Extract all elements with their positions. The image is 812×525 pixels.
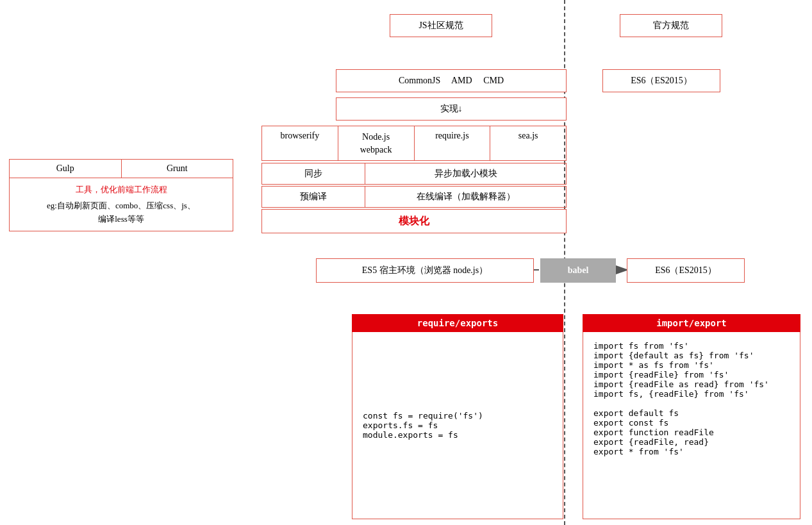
official-label: 官方规范: [620, 14, 722, 37]
browserify-cell: browserify: [262, 126, 338, 160]
import-export-code: import fs from 'fs' import {default as f…: [593, 341, 790, 456]
async-cell: 异步加载小模块: [365, 163, 566, 184]
require-exports-header: require/exports: [352, 314, 563, 332]
import-export-code-area: import fs from 'fs' import {default as f…: [583, 332, 800, 519]
babel-box: babel: [540, 258, 616, 283]
es5-text: ES5 宿主环境（浏览器 node.js）: [362, 265, 488, 276]
js-community-label: JS社区规范: [390, 14, 492, 37]
require-exports-panel: require/exports const fs = require('fs')…: [352, 314, 563, 519]
es6-official-box: ES6（ES2015）: [602, 69, 720, 92]
es6-babel-box: ES6（ES2015）: [627, 258, 745, 283]
es5-box: ES5 宿主环境（浏览器 node.js）: [316, 258, 534, 283]
seajs-cell: sea.js: [490, 126, 566, 160]
es6-official-text: ES6（ES2015）: [631, 75, 692, 87]
precompile-row: 预编译 在线编译（加载解释器）: [261, 186, 567, 208]
gulp-grunt-body: 工具，优化前端工作流程 eg:自动刷新页面、combo、压缩css、js、编译l…: [10, 178, 233, 231]
gulp-grunt-row: Gulp Grunt: [10, 160, 233, 178]
gulp-grunt-desc: eg:自动刷新页面、combo、压缩css、js、编译less等等: [16, 199, 226, 226]
grunt-label: Grunt: [167, 163, 188, 173]
gulp-grunt-container: Gulp Grunt 工具，优化前端工作流程 eg:自动刷新页面、combo、压…: [9, 159, 233, 231]
require-exports-code: const fs = require('fs') exports.fs = fs…: [363, 411, 483, 440]
babel-text: babel: [568, 265, 589, 276]
requirejs-cell: require.js: [415, 126, 491, 160]
import-export-panel: import/export import fs from 'fs' import…: [583, 314, 800, 519]
js-community-text: JS社区规范: [418, 20, 463, 31]
standards-text: CommonJS AMD CMD: [399, 76, 504, 86]
import-export-header-text: import/export: [656, 318, 727, 328]
tools-row: browserify Node.jswebpack require.js sea…: [261, 126, 567, 161]
grunt-cell: Grunt: [122, 160, 233, 178]
standards-box: CommonJS AMD CMD: [336, 69, 567, 92]
implementation-text: 实现↓: [440, 103, 463, 115]
require-exports-header-text: require/exports: [417, 318, 498, 328]
nodejs-webpack-cell: Node.jswebpack: [338, 126, 415, 160]
sync-async-row: 同步 异步加载小模块: [261, 163, 567, 185]
gulp-label: Gulp: [56, 163, 74, 173]
sync-cell: 同步: [262, 163, 365, 184]
import-export-header: import/export: [583, 314, 800, 332]
modular-text: 模块化: [399, 215, 429, 228]
online-compile-cell: 在线编译（加载解释器）: [365, 187, 566, 207]
require-exports-code-area: const fs = require('fs') exports.fs = fs…: [352, 332, 563, 519]
gulp-cell: Gulp: [10, 160, 122, 178]
official-text: 官方规范: [653, 20, 689, 31]
precompile-cell: 预编译: [262, 187, 365, 207]
gulp-grunt-tool-label: 工具，优化前端工作流程: [16, 183, 226, 197]
main-canvas: JS社区规范 官方规范 CommonJS AMD CMD 实现↓ browser…: [0, 0, 812, 525]
implementation-box: 实现↓: [336, 97, 567, 121]
es6-babel-text: ES6（ES2015）: [655, 265, 717, 276]
modular-box: 模块化: [261, 209, 567, 233]
